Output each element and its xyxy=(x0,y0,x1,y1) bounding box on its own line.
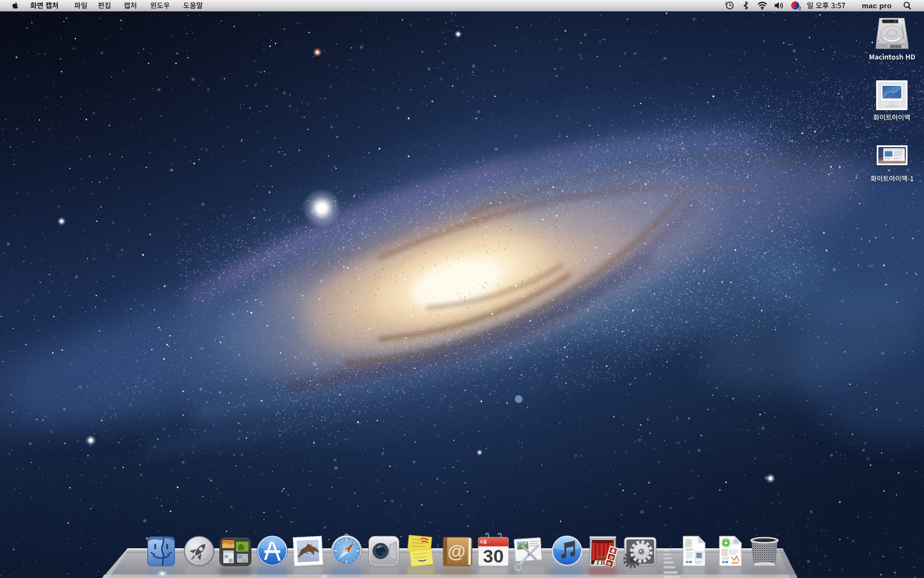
svg-text:30: 30 xyxy=(483,546,504,566)
svg-text:2: 2 xyxy=(799,6,801,11)
svg-text:mac pro: mac pro xyxy=(862,2,892,10)
svg-text:@: @ xyxy=(447,541,465,561)
